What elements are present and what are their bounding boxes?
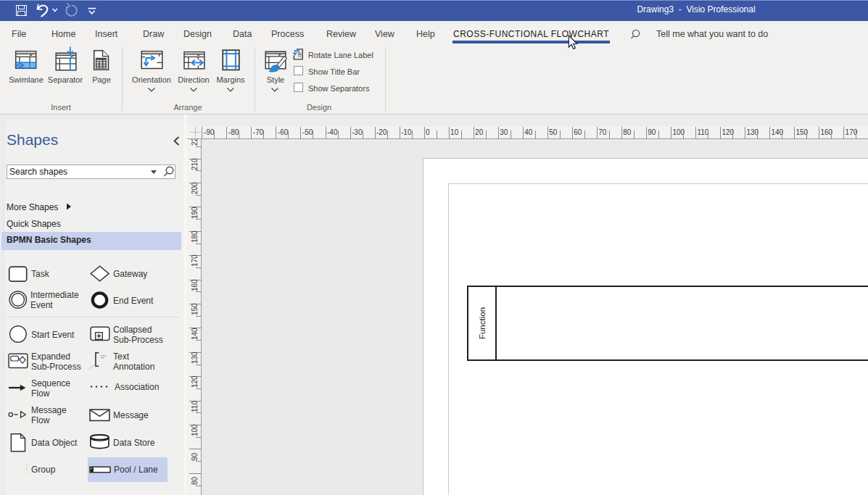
svg-text:ab: ab xyxy=(297,51,302,57)
